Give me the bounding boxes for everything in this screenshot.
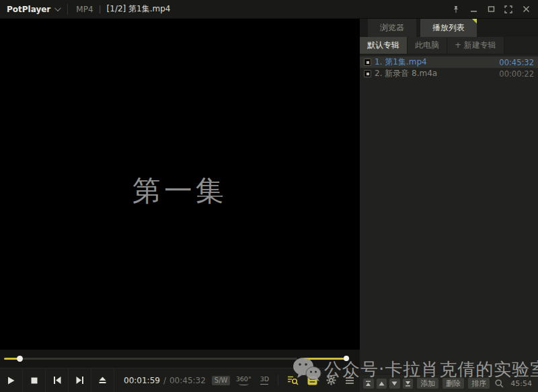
app-menu-button[interactable]: PotPlayer — [0, 0, 67, 18]
active-tab-corner-mark — [472, 19, 477, 24]
media-file-icon — [364, 58, 371, 66]
video-3d-label: 3D — [260, 376, 269, 383]
subtab-this-pc[interactable]: 此电脑 — [408, 37, 447, 54]
album-tabs: 默认专辑 此电脑 + 新建专辑 — [360, 37, 538, 54]
add-button[interactable]: 添加 — [417, 378, 438, 389]
tab-browser[interactable]: 浏览器 — [368, 19, 416, 37]
seek-thumb[interactable] — [17, 356, 23, 362]
item-label: 1. 第1集.mp4 — [375, 56, 427, 68]
playlist-item[interactable]: 1. 第1集.mp4 00:45:32 — [360, 56, 538, 68]
move-top-icon — [365, 381, 371, 387]
settings-button[interactable] — [326, 375, 336, 385]
minimize-icon — [470, 5, 477, 13]
item-duration: 00:00:22 — [499, 69, 534, 79]
item-duration: 00:45:32 — [499, 58, 534, 67]
menu-lines-icon — [345, 377, 354, 385]
tab-browser-label: 浏览器 — [380, 22, 404, 34]
render-mode-badge: S/W — [212, 376, 231, 385]
open-media-button[interactable] — [91, 368, 114, 392]
previous-button[interactable] — [46, 368, 69, 392]
control-panel-menu-button[interactable] — [345, 377, 354, 385]
next-button[interactable] — [69, 368, 91, 392]
panel-tabs: 浏览器 播放列表 — [360, 19, 538, 37]
potplayer-window: PotPlayer MP4 | [1/2] 第1集.mp4 — [0, 0, 538, 392]
stop-button[interactable] — [23, 368, 46, 392]
tab-playlist-label: 播放列表 — [432, 22, 465, 34]
format-divider: | — [99, 5, 102, 14]
playlist-search-button[interactable] — [495, 379, 504, 388]
subtab-new-album-label: + 新建专辑 — [455, 40, 496, 51]
arc-arrow-icon — [239, 383, 249, 385]
eject-icon — [99, 377, 106, 384]
control-bar: 00:01:59 / 00:45:32 S/W 360° 3D — [0, 368, 360, 392]
underline-icon — [260, 383, 268, 385]
stop-icon — [31, 377, 38, 384]
seek-bar[interactable] — [4, 358, 297, 360]
video-360-label: 360° — [236, 376, 252, 383]
subtab-default-album[interactable]: 默认专辑 — [360, 37, 408, 54]
maximize-button[interactable] — [484, 3, 498, 16]
gear-icon — [326, 375, 336, 385]
video-360-button[interactable]: 360° — [236, 376, 252, 385]
pin-button[interactable] — [449, 3, 463, 16]
format-badge: MP4 — [76, 5, 93, 14]
volume-thumb[interactable] — [344, 356, 349, 361]
previous-icon — [53, 377, 61, 384]
move-bottom-icon — [405, 381, 411, 387]
fullscreen-icon — [504, 5, 512, 13]
pin-icon — [452, 5, 460, 13]
time-display: 00:01:59 / 00:45:32 S/W — [124, 376, 230, 385]
chevron-down-icon — [54, 5, 61, 11]
arrow-up-icon — [379, 381, 385, 386]
window-controls — [449, 3, 538, 16]
next-icon — [76, 377, 84, 384]
video-overlay-text: 第一集 — [0, 172, 360, 210]
playlist-footer: 添加 删除 排序 45:54 — [360, 374, 538, 392]
seek-row — [0, 350, 360, 368]
control-bar-right-icons: 360° 3D — [236, 368, 354, 392]
icon-divider — [278, 375, 278, 386]
playlist-panel: 浏览器 播放列表 默认专辑 此电脑 + 新建专辑 1. 第1集.mp4 00:4… — [360, 19, 538, 392]
video-column: 第一集 — [0, 19, 360, 392]
video-area[interactable]: 第一集 — [0, 19, 360, 350]
subtab-new-album[interactable]: + 新建专辑 — [447, 37, 504, 54]
app-name: PotPlayer — [7, 5, 50, 14]
playlist-total-time: 45:54 — [510, 379, 532, 388]
title-bar: PotPlayer MP4 | [1/2] 第1集.mp4 — [0, 0, 538, 19]
time-current: 00:01:59 — [124, 376, 160, 385]
volume-slider[interactable] — [304, 358, 350, 360]
scene-search-icon — [287, 375, 299, 385]
play-button[interactable] — [0, 368, 23, 392]
move-down-button[interactable] — [389, 379, 400, 389]
fullscreen-button[interactable] — [502, 3, 515, 16]
arrow-down-icon — [391, 381, 397, 386]
move-up-button[interactable] — [377, 379, 387, 389]
close-icon — [523, 5, 530, 13]
subtab-default-album-label: 默认专辑 — [367, 40, 399, 51]
tab-playlist[interactable]: 播放列表 — [420, 19, 477, 37]
window-title: [1/2] 第1集.mp4 — [107, 3, 171, 15]
volume-fill — [304, 358, 346, 360]
play-icon — [7, 377, 15, 385]
sort-button[interactable]: 排序 — [468, 378, 490, 389]
scene-search-button[interactable] — [287, 375, 299, 385]
minimize-button[interactable] — [467, 3, 480, 16]
move-top-button[interactable] — [363, 379, 374, 389]
titlebar-divider — [67, 4, 68, 15]
playlist-item[interactable]: 2. 新录音 8.m4a 00:00:22 — [360, 68, 538, 79]
media-file-icon — [364, 70, 371, 77]
search-icon — [495, 379, 504, 388]
playlist: 1. 第1集.mp4 00:45:32 2. 新录音 8.m4a 00:00:2… — [360, 54, 538, 374]
maximize-icon — [488, 5, 495, 13]
playlist-toggle-button[interactable] — [307, 376, 317, 385]
playlist-panel-icon — [307, 376, 317, 385]
time-separator: / — [163, 376, 166, 385]
close-button[interactable] — [519, 3, 533, 16]
move-bottom-button[interactable] — [403, 379, 414, 389]
video-3d-button[interactable]: 3D — [260, 376, 269, 385]
time-total: 00:45:32 — [169, 376, 206, 385]
subtab-this-pc-label: 此电脑 — [415, 40, 439, 51]
delete-button[interactable]: 删除 — [443, 378, 464, 389]
item-label: 2. 新录音 8.m4a — [375, 68, 437, 79]
